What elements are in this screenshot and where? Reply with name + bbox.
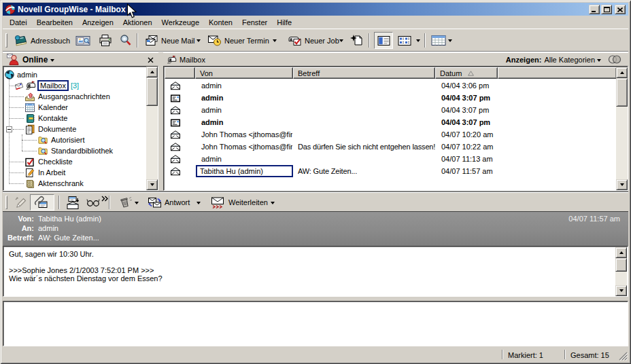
folder-panel-close-button[interactable] <box>146 55 155 65</box>
weiterleiten-dropdown[interactable] <box>269 194 276 211</box>
menu-fenster[interactable]: Fenster <box>237 17 272 28</box>
menu-werkzeuge[interactable]: Werkzeuge <box>157 17 204 28</box>
list-scroll-up-button[interactable] <box>616 67 628 78</box>
cell-betreff <box>298 128 436 141</box>
mail-row[interactable]: admin 04/04 3:07 pm <box>165 116 616 128</box>
print-button[interactable] <box>96 32 115 49</box>
view-details-toggle[interactable] <box>374 32 393 49</box>
message-body[interactable]: Gut, sagen wir 10:30 Uhr. >>>Sophie Jone… <box>3 246 628 297</box>
tree-scroll-thumb[interactable] <box>146 77 158 106</box>
folder-tree: admin Mailbox [3] Ausgangsnachrichten <box>3 66 158 191</box>
menu-datei[interactable]: Datei <box>5 17 32 28</box>
tree-item-kontakte[interactable]: Kontakte <box>3 113 67 124</box>
menu-anzeigen[interactable]: Anzeigen <box>78 17 118 28</box>
tree-item-aktenschrank[interactable]: Aktenschrank <box>3 178 84 189</box>
scroll-down-icon <box>150 183 154 186</box>
neuer-termin-dropdown[interactable] <box>271 32 278 49</box>
minimize-button[interactable] <box>589 5 600 14</box>
adressbuch-button[interactable]: Adressbuch <box>12 32 72 49</box>
column-header-betreff[interactable]: Betreff <box>293 67 435 79</box>
menu-hilfe[interactable]: Hilfe <box>272 17 296 28</box>
column-header-icon[interactable] <box>165 67 195 79</box>
anzeigen-dropdown[interactable] <box>597 59 601 62</box>
junk-mail-button[interactable] <box>116 194 135 211</box>
scroll-down-icon <box>620 183 624 186</box>
list-scroll-down-button[interactable] <box>616 179 628 190</box>
tree-scroll-up-button[interactable] <box>146 67 158 77</box>
mail-row-selected[interactable]: Tabitha Hu (admin) AW: Gute Zeiten... 04… <box>165 165 616 177</box>
menu-konten[interactable]: Konten <box>204 17 237 28</box>
mail-row[interactable]: John Thomas <jthomas@fir 04/07 10:20 am <box>165 128 616 141</box>
body-scroll-up-button[interactable] <box>615 247 627 258</box>
mail-row[interactable]: admin 04/07 11:13 am <box>165 153 616 165</box>
tree-item-label: Checkliste <box>38 158 73 166</box>
mail-read-icon <box>170 105 181 115</box>
resize-grip[interactable] <box>619 352 628 361</box>
menu-aktionen[interactable]: Aktionen <box>118 17 157 28</box>
body-scroll-down-button[interactable] <box>615 285 627 296</box>
mail-row[interactable]: admin 04/04 3:07 pm <box>165 104 616 116</box>
tree-item-dokumente[interactable]: Dokumente <box>3 124 76 134</box>
mail-row[interactable]: admin 04/04 3:07 pm <box>165 92 616 104</box>
cell-datum: 04/04 3:07 pm <box>441 116 498 128</box>
unread-indicator-icon <box>15 81 24 90</box>
categories-icon[interactable] <box>608 55 621 64</box>
view-grid-toggle[interactable] <box>396 32 413 49</box>
tree-item-kalender[interactable]: Kalender <box>3 102 68 113</box>
online-mode-label[interactable]: Online <box>22 55 48 65</box>
calendar-view-dropdown[interactable] <box>447 32 454 49</box>
tree-scroll-down-button[interactable] <box>146 179 158 190</box>
tree-item-admin[interactable]: admin <box>3 69 37 80</box>
dropdown-arrow-icon <box>416 39 420 42</box>
address-selector-button[interactable] <box>73 32 92 49</box>
tree-item-ausgangsnachrichten[interactable]: Ausgangsnachrichten <box>3 91 110 102</box>
mail-row[interactable]: admin 04/04 3:06 pm <box>165 79 616 92</box>
cell-betreff: AW: Gute Zeiten... <box>298 165 436 177</box>
column-header-von[interactable]: Von <box>195 67 293 79</box>
tree-item-in-arbeit[interactable]: In Arbeit <box>3 167 65 178</box>
message-body-scrollbar[interactable] <box>615 247 627 296</box>
neue-mail-button[interactable]: Neue Mail <box>143 32 197 49</box>
weiterleiten-button[interactable]: Weiterleiten <box>209 194 270 211</box>
mail-list-scrollbar[interactable] <box>616 67 628 190</box>
new-item-wizard-button[interactable] <box>348 32 366 49</box>
tree-scrollbar[interactable] <box>146 67 158 190</box>
body-scroll-thumb[interactable] <box>615 258 627 272</box>
junk-mail-dropdown[interactable] <box>133 194 140 211</box>
neuer-job-button[interactable]: Neuer Job <box>286 32 341 49</box>
cell-datum: 04/07 11:13 am <box>441 153 498 165</box>
open-item-button[interactable] <box>63 194 84 211</box>
edit-draft-button[interactable] <box>11 194 30 211</box>
neuer-job-dropdown[interactable] <box>338 32 345 49</box>
tree-item-checkliste[interactable]: Checkliste <box>3 156 73 167</box>
neue-mail-dropdown[interactable] <box>195 32 202 49</box>
message-toolbar: Antwort Weiterleiten <box>3 192 628 211</box>
junk-mail-icon <box>118 196 133 209</box>
mail-panel-header: Mailbox Anzeigen: Alle Kategorien <box>163 52 628 66</box>
attachment-view-toggle[interactable] <box>30 194 54 211</box>
anzeigen-value[interactable]: Alle Kategorien <box>544 56 595 64</box>
column-header-datum[interactable]: Datum <box>435 67 498 79</box>
attachment-pane[interactable] <box>3 301 628 346</box>
new-task-icon <box>288 35 302 46</box>
app-window: Novell GroupWise - Mailbox Datei Bearbei… <box>0 0 631 364</box>
tree-item-autorisiert[interactable]: Autorisiert <box>3 134 85 145</box>
menu-bearbeiten[interactable]: Bearbeiten <box>32 17 78 28</box>
message-toolbar-grip[interactable] <box>5 196 7 209</box>
titlebar[interactable]: Novell GroupWise - Mailbox <box>3 3 628 16</box>
tree-item-mailbox[interactable]: Mailbox [3] <box>3 80 79 91</box>
mail-row[interactable]: John Thomas <jthomas@fir Das dürfen Sie … <box>165 141 616 153</box>
antwort-button[interactable]: Antwort <box>146 194 192 211</box>
list-scroll-thumb[interactable] <box>616 78 628 107</box>
online-mode-dropdown[interactable] <box>50 59 54 62</box>
calendar-view-button[interactable] <box>429 32 448 49</box>
toolbar-grip[interactable] <box>5 33 7 48</box>
close-button[interactable] <box>615 5 626 14</box>
tree-item-standardbibliothek[interactable]: Standardbibliothek <box>3 145 113 156</box>
antwort-dropdown[interactable] <box>195 194 202 211</box>
cell-von: John Thomas <jthomas@fir <box>201 128 292 141</box>
maximize-button[interactable] <box>601 5 612 14</box>
search-button[interactable] <box>117 32 135 49</box>
neuer-termin-button[interactable]: Neuer Termin <box>205 32 271 49</box>
view-grid-dropdown[interactable] <box>415 32 422 49</box>
